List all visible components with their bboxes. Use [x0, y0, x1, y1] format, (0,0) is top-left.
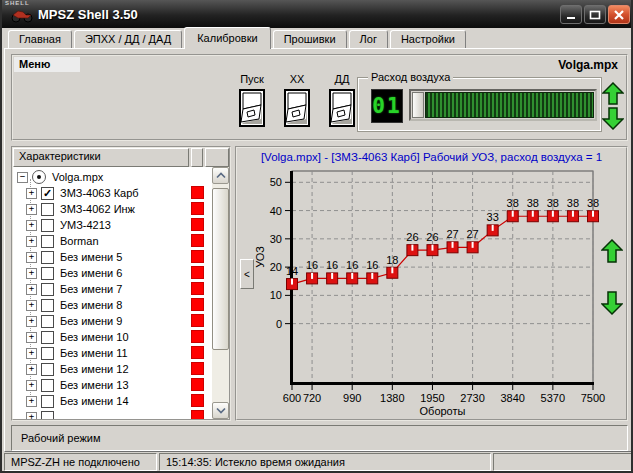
airflow-digital-display: 01 [371, 89, 403, 123]
root-radio-button[interactable] [32, 170, 46, 184]
title-bar[interactable]: SHELL MPSZ Shell 3.50 [2, 0, 631, 28]
expand-icon[interactable]: + [26, 364, 37, 375]
expand-icon[interactable]: + [26, 236, 37, 247]
tree-item[interactable]: + Без имени 8 [13, 297, 212, 313]
expand-icon[interactable]: + [26, 252, 37, 263]
status-message: 15:14:35: Истекло время ожидания [159, 453, 491, 471]
airflow-slider-track[interactable] [425, 92, 594, 118]
expand-icon[interactable]: + [26, 316, 37, 327]
tab-4[interactable]: Лог [349, 30, 388, 48]
axis-back-button[interactable]: < [240, 259, 254, 289]
airflow-groupbox: Расход воздуха 01 [357, 77, 602, 132]
tree-item[interactable]: + Без имени 11 [13, 345, 212, 361]
item-checkbox[interactable] [41, 379, 54, 392]
tree-item[interactable]: + Borman [13, 233, 212, 249]
item-checkbox[interactable] [41, 267, 54, 280]
expand-icon[interactable]: + [26, 332, 37, 343]
menu-button[interactable]: Меню [14, 57, 80, 72]
item-checkbox[interactable] [41, 251, 54, 264]
tree-item[interactable]: + УМЗ-4213 [13, 217, 212, 233]
scroll-up-button chevron-up-icon[interactable] [212, 167, 229, 184]
item-checkbox[interactable] [41, 299, 54, 312]
minimize-button[interactable] [560, 5, 582, 24]
tree-header: Характеристики [13, 148, 229, 167]
shell-badge: SHELL [5, 0, 30, 6]
mode-bar: Рабочий режим [11, 425, 628, 451]
tree-root-item[interactable]: − Volga.mpx [13, 169, 212, 185]
item-checkbox[interactable] [41, 331, 54, 344]
tab-5[interactable]: Настройки [390, 30, 466, 48]
tab-page-kalibrovki: Меню Пуск ХХ ДД [4, 48, 633, 452]
tree-item-label: Без имени 11 [60, 347, 128, 359]
item-checkbox[interactable] [41, 203, 54, 216]
svg-text:16: 16 [306, 259, 318, 271]
airflow-slider[interactable] [409, 89, 597, 121]
tree-item[interactable]: + Без имени 13 [13, 377, 212, 393]
expand-icon[interactable]: + [26, 348, 37, 359]
color-swatch [191, 346, 204, 359]
expand-icon[interactable]: + [26, 284, 37, 295]
status-extra [493, 453, 633, 471]
item-checkbox[interactable] [41, 219, 54, 232]
tree-item[interactable]: + ✓ ЗМЗ-4063 Карб [13, 185, 212, 201]
tab-0[interactable]: Главная [8, 30, 72, 48]
xx-toggle-switch rocker-switch-icon[interactable] [284, 89, 310, 127]
item-checkbox[interactable] [41, 235, 54, 248]
expand-icon[interactable]: + [26, 412, 37, 420]
svg-text:26: 26 [406, 231, 418, 243]
tree-item[interactable]: + Без имени 6 [13, 265, 212, 281]
item-checkbox[interactable] [41, 363, 54, 376]
expand-icon[interactable]: + [26, 380, 37, 391]
item-checkbox[interactable]: ✓ [41, 187, 54, 200]
tree-item[interactable]: + Без имени 7 [13, 281, 212, 297]
chart-plot[interactable]: 0102030405060072099013801950273038405370… [237, 148, 626, 419]
tree-item[interactable]: + Без имени 12 [13, 361, 212, 377]
svg-text:1380: 1380 [380, 392, 404, 404]
color-swatch [191, 266, 204, 279]
pusk-toggle-switch rocker-switch-icon[interactable] [239, 89, 265, 127]
expand-icon[interactable]: + [26, 268, 37, 279]
tree-item[interactable]: + Без имени 5 [13, 249, 212, 265]
svg-text:0: 0 [276, 318, 282, 330]
tree-header-title: Характеристики [13, 148, 189, 167]
tree-item[interactable]: + [13, 409, 212, 419]
scrollbar-thumb[interactable] [212, 188, 229, 350]
tree-item[interactable]: + Без имени 9 [13, 313, 212, 329]
app-window: SHELL MPSZ Shell 3.50 ГлавнаяЭПХХ / ДД /… [0, 0, 633, 473]
airflow-down-button down-arrow-icon[interactable] [602, 107, 624, 130]
expand-icon[interactable]: + [26, 204, 37, 215]
expand-icon[interactable]: + [26, 300, 37, 311]
value-down-button down-arrow-icon[interactable] [601, 291, 623, 314]
color-swatch [191, 218, 204, 231]
item-checkbox[interactable] [41, 411, 54, 420]
value-up-button up-arrow-icon[interactable] [601, 239, 623, 262]
expand-icon[interactable]: + [26, 188, 37, 199]
expand-icon[interactable]: + [26, 220, 37, 231]
item-checkbox[interactable] [41, 315, 54, 328]
tree-item[interactable]: + ЗМЗ-4062 Инж [13, 201, 212, 217]
close-button[interactable] [608, 5, 630, 24]
tree-item-label: Borman [60, 235, 99, 247]
item-checkbox[interactable] [41, 395, 54, 408]
tree-item[interactable]: + Без имени 10 [13, 329, 212, 345]
item-checkbox[interactable] [41, 347, 54, 360]
airflow-slider-thumb[interactable] [412, 92, 424, 118]
switch-label-pusk: Пуск [235, 73, 269, 85]
tab-3[interactable]: Прошивки [273, 30, 347, 48]
svg-text:16: 16 [346, 259, 358, 271]
tree-scrollbar[interactable] [212, 167, 229, 419]
scroll-down-button chevron-down-icon[interactable] [212, 402, 229, 419]
airflow-up-button up-arrow-icon[interactable] [602, 82, 624, 105]
tab-2[interactable]: Калибровки [184, 27, 270, 49]
item-checkbox[interactable] [41, 283, 54, 296]
expand-icon[interactable]: + [26, 396, 37, 407]
maximize-button[interactable] [584, 5, 606, 24]
mode-text: Рабочий режим [21, 432, 101, 444]
tab-1[interactable]: ЭПХХ / ДД / ДАД [74, 30, 182, 48]
dd-toggle-switch rocker-switch-icon[interactable] [329, 89, 355, 127]
color-swatch [191, 330, 204, 343]
svg-text:720: 720 [303, 392, 321, 404]
tree-item[interactable]: + Без имени 14 [13, 393, 212, 409]
collapse-icon[interactable]: − [17, 172, 28, 183]
tree-item-label: Без имени 13 [60, 379, 129, 391]
